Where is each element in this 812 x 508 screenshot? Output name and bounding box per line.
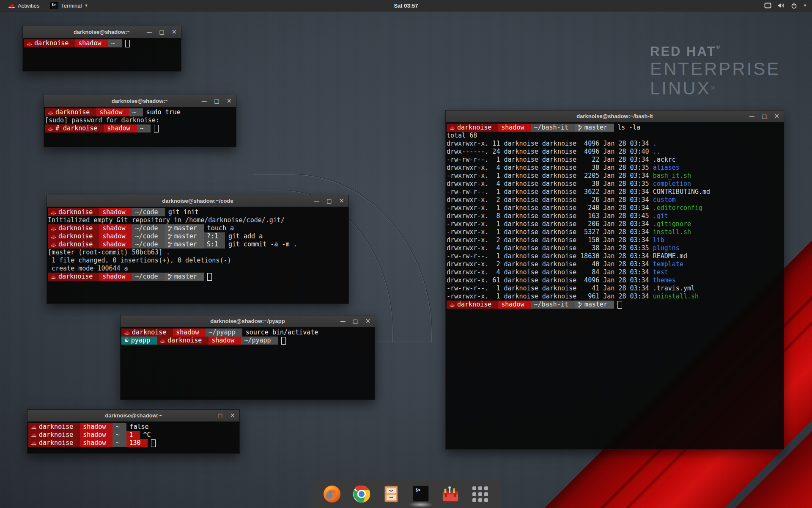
- minimize-button[interactable]: —: [314, 195, 319, 207]
- command-text: git add a: [228, 232, 263, 240]
- prompt-segment-path: ~/code: [132, 208, 161, 216]
- segment-text: darknoise: [39, 423, 73, 431]
- maximize-button[interactable]: □: [217, 410, 222, 421]
- segment-text: ~/code: [135, 232, 158, 240]
- terminal-content[interactable]: darknoiseshadow~/pyappsource bin/activat…: [121, 327, 375, 345]
- prompt-segment-path: ~/pyapp: [206, 329, 238, 337]
- window-titlebar[interactable]: darknoise@shadow:~/code — □ ×: [47, 195, 348, 207]
- close-button[interactable]: ×: [226, 95, 232, 107]
- powerline-separator: [237, 337, 241, 345]
- redhat-fedora-icon: [31, 441, 37, 445]
- maximize-button[interactable]: □: [214, 95, 219, 107]
- output-text: [master (root-commit) 50bcb63] .: [48, 248, 170, 257]
- clock[interactable]: Sat 03:57: [394, 3, 418, 9]
- close-button[interactable]: ×: [365, 315, 370, 327]
- powerline-separator: [76, 431, 80, 439]
- window-title: darknoise@shadow:~/code: [162, 198, 233, 204]
- prompt-segment-user: darknoise: [24, 39, 71, 47]
- dock-item-files[interactable]: [381, 484, 401, 504]
- prompt-segment-exit: 1: [126, 431, 136, 439]
- ls-row: drwxrwxr-x. 11 darknoise darknoise 4096 …: [447, 140, 784, 148]
- prompt-line: darknoiseshadow~/code master: [48, 273, 348, 281]
- prompt-line: darknoiseshadow~130: [28, 439, 239, 447]
- terminal-content[interactable]: darknoiseshadow~sudo true[sudo] password…: [44, 107, 236, 133]
- powerline-separator: [133, 124, 137, 133]
- minimize-button[interactable]: —: [205, 410, 210, 421]
- powerline-separator: [125, 108, 129, 116]
- close-button[interactable]: ×: [230, 410, 235, 421]
- dock-item-firefox[interactable]: [322, 484, 342, 504]
- window-titlebar[interactable]: darknoise@shadow:~/bash-it — □ ×: [446, 110, 784, 122]
- window-titlebar[interactable]: darknoise@shadow:~/pyapp — □ ×: [121, 315, 375, 327]
- prompt-segment-user: darknoise: [28, 431, 76, 439]
- ls-row-meta: drwxrwxr-x. 4 darknoise darknoise 38 Jan…: [447, 164, 653, 172]
- terminal-cursor: [154, 125, 159, 133]
- prompt-line: darknoiseshadow~/bash-it master: [447, 301, 784, 309]
- app-menu-terminal[interactable]: $> Terminal ▼: [46, 0, 92, 11]
- powerline-separator: [610, 124, 614, 132]
- command-text: ^C: [143, 431, 151, 439]
- maximize-button[interactable]: □: [159, 26, 164, 38]
- prompt-segment-host: shadow: [99, 240, 128, 248]
- redhat-fedora-icon: [51, 274, 56, 279]
- maximize-button[interactable]: □: [353, 315, 358, 327]
- activities-button[interactable]: Activities: [4, 0, 44, 11]
- segment-text: darknoise: [167, 337, 202, 345]
- terminal-content[interactable]: darknoiseshadow~: [23, 38, 181, 47]
- ls-file-name: CONTRIBUTING.md: [653, 188, 710, 196]
- terminal-content[interactable]: darknoiseshadow~/codegit initInitialized…: [47, 207, 348, 281]
- window-titlebar[interactable]: darknoise@shadow:~ — □ ×: [23, 26, 181, 38]
- window-titlebar[interactable]: darknoise@shadow:~ — □ ×: [27, 410, 239, 422]
- prompt-segment-user: darknoise: [48, 240, 96, 248]
- ls-row: drwxrwxr-x. 2 darknoise darknoise 150 Ja…: [447, 236, 784, 244]
- dock-item-app-grid[interactable]: [470, 484, 490, 504]
- prompt-segment-host: shadow: [104, 124, 133, 133]
- close-button[interactable]: ×: [339, 195, 344, 207]
- segment-text: pyapp: [131, 337, 150, 345]
- dock-item-terminal[interactable]: $>: [411, 484, 431, 504]
- terminal-content[interactable]: darknoiseshadow~false darknoiseshadow~1^…: [27, 422, 239, 447]
- minimize-button[interactable]: —: [749, 110, 754, 122]
- powerline-separator: [128, 224, 132, 232]
- maximize-button[interactable]: □: [326, 195, 332, 207]
- prompt-segment-path: ~: [108, 39, 118, 47]
- ls-file-name: uninstall.sh: [653, 293, 699, 301]
- dock: $>: [311, 480, 501, 508]
- powerline-separator: [221, 232, 225, 240]
- powerline-separator: [109, 431, 112, 439]
- close-button[interactable]: ×: [774, 110, 779, 122]
- git-branch-icon: [168, 226, 172, 232]
- power-icon[interactable]: [791, 3, 797, 9]
- segment-text: darknoise: [58, 224, 93, 232]
- window-title: darknoise@shadow:~: [112, 98, 168, 104]
- ls-row-meta: -rw-rw-r--. 1 darknoise darknoise 3622 J…: [447, 188, 653, 196]
- minimize-button[interactable]: —: [201, 95, 207, 107]
- dock-item-chrome[interactable]: [351, 484, 372, 504]
- ls-row: drwxrwxr-x. 8 darknoise darknoise 163 Ja…: [447, 212, 784, 220]
- dock-item-toolbox[interactable]: [440, 484, 461, 504]
- ls-file-name: .gitignore: [653, 220, 691, 228]
- window-titlebar[interactable]: darknoise@shadow:~ — □ ×: [44, 95, 236, 107]
- screen-icon[interactable]: [764, 3, 771, 8]
- close-button[interactable]: ×: [171, 26, 177, 38]
- git-branch-icon: [168, 274, 172, 280]
- ls-row: drwxrwxr-x. 2 darknoise darknoise 26 Jan…: [447, 196, 784, 204]
- minimize-button[interactable]: —: [146, 26, 152, 38]
- terminal-content[interactable]: darknoiseshadow~/bash-it masterls -latot…: [446, 122, 784, 309]
- powerline-separator: [527, 301, 531, 309]
- redhat-fedora-icon: [48, 126, 53, 131]
- files-icon: [382, 485, 401, 503]
- ls-file-name: completion: [653, 180, 691, 188]
- powerline-separator: [71, 39, 75, 47]
- chevron-down-icon[interactable]: ▼: [803, 3, 807, 8]
- prompt-segment-git: master: [165, 232, 200, 240]
- segment-text: darknoise: [34, 39, 69, 47]
- minimize-button[interactable]: —: [340, 315, 346, 327]
- maximize-button[interactable]: □: [762, 110, 767, 122]
- terminal-window-home-1: darknoise@shadow:~ — □ × darknoiseshadow…: [22, 26, 181, 72]
- volume-icon[interactable]: [777, 3, 785, 8]
- terminal-window-code: darknoise@shadow:~/code — □ × darknoises…: [47, 195, 349, 304]
- terminal-icon: $>: [411, 485, 430, 503]
- prompt-segment-path: ~: [112, 423, 122, 431]
- segment-text: ~/pyapp: [244, 337, 271, 345]
